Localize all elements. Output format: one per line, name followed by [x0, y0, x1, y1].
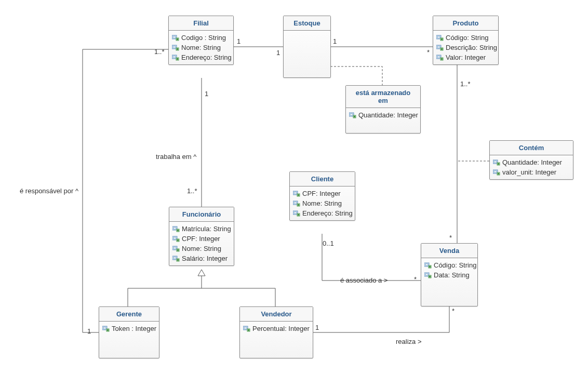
- attribute-text: Código: String: [434, 261, 476, 269]
- attribute-icon: [436, 35, 444, 41]
- svg-rect-57: [173, 247, 176, 249]
- svg-rect-72: [294, 202, 297, 204]
- attribute-row: Quantidade: Integer: [349, 110, 417, 120]
- attribute-icon: [493, 159, 500, 166]
- svg-rect-32: [350, 114, 353, 115]
- class-venda: Venda Código: StringData: String: [421, 243, 478, 306]
- attribute-row: valor_unit: Integer: [493, 167, 570, 177]
- attribute-icon: [436, 55, 444, 61]
- attribute-text: Salário: Integer: [182, 255, 228, 262]
- class-gerente: Gerente Token : Integer: [99, 306, 159, 358]
- attribute-row: Token : Integer: [102, 324, 156, 333]
- attribute-icon: [172, 256, 180, 262]
- attribute-icon: [424, 262, 432, 269]
- label-associado: é associado a >: [340, 276, 387, 284]
- attribute-text: Endereço: String: [302, 209, 353, 217]
- attribute-row: Quantidade: Integer: [493, 157, 570, 167]
- mult: 1: [333, 37, 337, 45]
- svg-rect-52: [173, 237, 176, 239]
- class-title: Venda: [421, 244, 477, 258]
- svg-rect-42: [494, 171, 497, 172]
- svg-rect-12: [173, 56, 176, 58]
- mult: 1: [315, 324, 319, 331]
- attrs-contem: Quantidade: Integervalor_unit: Integer: [490, 155, 573, 179]
- svg-rect-22: [437, 46, 440, 48]
- class-title: está armazenado em: [346, 86, 420, 108]
- attribute-icon: [172, 45, 179, 51]
- svg-rect-92: [103, 327, 106, 329]
- attribute-row: CPF: Integer: [172, 234, 231, 244]
- svg-rect-7: [173, 46, 176, 48]
- svg-rect-87: [425, 274, 428, 275]
- attrs-venda: Código: StringData: String: [421, 258, 477, 304]
- attribute-row: Nome: String: [172, 43, 230, 52]
- class-armazenado: está armazenado em Quantidade: Integer: [345, 85, 421, 133]
- attribute-icon: [493, 169, 500, 176]
- attribute-row: Código: String: [424, 260, 474, 270]
- mult: 0..1: [323, 239, 334, 247]
- attribute-icon: [172, 226, 180, 232]
- svg-rect-77: [294, 212, 297, 213]
- attrs-produto: Código: StringDescrição: StringValor: In…: [433, 31, 498, 64]
- attribute-text: Valor: Integer: [446, 54, 486, 61]
- attribute-row: Codigo : String: [172, 33, 230, 43]
- class-contem: Contém Quantidade: Integervalor_unit: In…: [489, 140, 573, 180]
- attribute-row: CPF: Integer: [293, 189, 352, 198]
- attribute-text: valor_unit: Integer: [502, 168, 556, 176]
- class-title: Filial: [169, 16, 233, 31]
- attribute-text: CPF: Integer: [182, 235, 220, 243]
- svg-rect-47: [173, 228, 176, 229]
- attribute-row: Percentual: Integer: [243, 324, 310, 333]
- mult: 1: [205, 90, 208, 98]
- attribute-row: Nome: String: [293, 198, 352, 208]
- class-title: Gerente: [99, 307, 159, 322]
- class-produto: Produto Código: StringDescrição: StringV…: [433, 16, 499, 65]
- attribute-row: Data: String: [424, 270, 474, 280]
- svg-rect-17: [437, 36, 440, 38]
- mult: *: [427, 48, 430, 56]
- svg-rect-82: [425, 264, 428, 265]
- attrs-funcionario: Matrícula: StringCPF: IntegerNome: Strin…: [169, 222, 234, 265]
- attribute-icon: [172, 236, 180, 242]
- attribute-icon: [293, 210, 300, 217]
- attribute-row: Valor: Integer: [436, 52, 495, 62]
- attribute-row: Salário: Integer: [172, 253, 231, 263]
- attrs-vendedor: Percentual: Integer: [240, 322, 313, 357]
- class-title: Cliente: [290, 172, 355, 186]
- attribute-text: Codigo : String: [181, 34, 226, 42]
- attribute-icon: [293, 201, 300, 207]
- attribute-row: Endereço: String: [172, 52, 230, 62]
- attribute-row: Endereço: String: [293, 208, 352, 218]
- attribute-row: Nome: String: [172, 244, 231, 253]
- class-funcionario: Funcionário Matrícula: StringCPF: Intege…: [169, 207, 234, 266]
- class-vendedor: Vendedor Percentual: Integer: [239, 306, 313, 358]
- mult: 1: [276, 49, 280, 57]
- label-responsavel: é responsável por ^: [20, 187, 78, 195]
- attribute-text: Código: String: [446, 34, 488, 42]
- svg-rect-27: [437, 56, 440, 58]
- attribute-text: Matrícula: String: [182, 225, 231, 233]
- attrs-estoque: [284, 31, 330, 79]
- attribute-text: Percentual: Integer: [252, 325, 310, 332]
- attrs-armazenado: Quantidade: Integer: [346, 108, 420, 133]
- class-cliente: Cliente CPF: IntegerNome: StringEndereço…: [289, 171, 355, 221]
- svg-rect-67: [294, 192, 297, 194]
- class-estoque: Estoque: [283, 16, 331, 78]
- class-title: Funcionário: [169, 207, 234, 222]
- attribute-row: Descrição: String: [436, 43, 495, 52]
- class-title: Vendedor: [240, 307, 313, 322]
- mult: *: [449, 234, 452, 242]
- attrs-cliente: CPF: IntegerNome: StringEndereço: String: [290, 186, 355, 220]
- attribute-row: Código: String: [436, 33, 495, 43]
- attribute-icon: [349, 112, 356, 118]
- attribute-icon: [172, 35, 179, 41]
- attribute-text: Quantidade: Integer: [502, 158, 562, 166]
- attribute-icon: [172, 55, 179, 61]
- label-trabalha: trabalha em ^: [156, 153, 196, 161]
- attribute-text: Endereço: String: [181, 54, 232, 61]
- attribute-row: Matrícula: String: [172, 224, 231, 234]
- mult: *: [414, 275, 417, 283]
- class-filial: Filial Codigo : StringNome: StringEndere…: [168, 16, 234, 65]
- attribute-icon: [243, 326, 250, 332]
- attribute-text: Token : Integer: [112, 325, 156, 332]
